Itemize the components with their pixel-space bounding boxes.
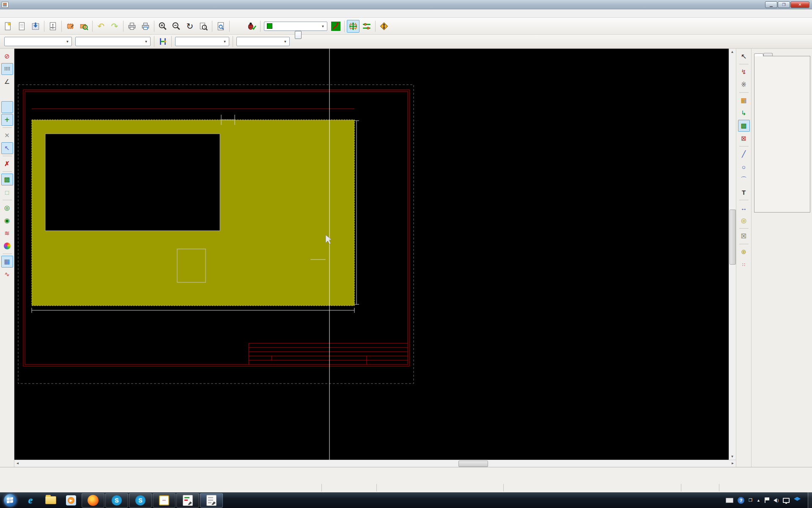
taskbar-pcbnew-icon[interactable] (200, 493, 223, 508)
new-board-button[interactable] (2, 20, 15, 33)
vertical-scrollbar[interactable]: ▲ ▼ (729, 49, 736, 460)
zones-hide-icon[interactable]: □ (1, 186, 13, 198)
undo-button[interactable]: ↶ (95, 20, 107, 33)
drc-off-icon[interactable]: ⊘ (1, 50, 13, 62)
tracks-sketch-icon[interactable]: ≋ (1, 227, 13, 239)
page-settings-button[interactable] (47, 20, 59, 33)
scroll-left-arrow[interactable]: ◄ (14, 460, 21, 467)
ratsnest-toggle-icon[interactable]: ✕ (1, 130, 13, 141)
highlight-net-icon[interactable]: ↯ (738, 66, 750, 78)
cursor-shape-icon[interactable]: + (1, 114, 13, 126)
print-preview-button[interactable] (214, 20, 227, 33)
print-button[interactable] (126, 20, 138, 33)
horizontal-scrollbar[interactable]: ◄ ► (14, 460, 736, 467)
pcb-canvas[interactable] (14, 49, 729, 460)
add-dimension-icon[interactable]: ↔ (738, 202, 750, 214)
help-icon[interactable]: ? (738, 497, 744, 504)
minimize-button[interactable]: ▁ (765, 1, 777, 8)
footprint-mode-button[interactable] (347, 20, 359, 33)
module-editor-button[interactable] (64, 20, 77, 33)
layer-list (754, 56, 810, 213)
app-icon (2, 2, 8, 8)
drill-origin-icon[interactable]: ⊕ (738, 246, 750, 258)
track-width-combo[interactable]: ▼ (4, 37, 72, 46)
zoom-in-button[interactable] (156, 20, 169, 33)
tab-render[interactable] (763, 53, 773, 56)
taskbar-skype2-icon[interactable]: S (129, 493, 152, 508)
add-arc-icon[interactable]: ⌒ (738, 174, 750, 185)
redraw-button[interactable]: ↻ (184, 20, 196, 33)
select-tool-icon[interactable]: ↖ (738, 50, 750, 62)
drc-button[interactable] (245, 20, 258, 33)
taskbar-firefox-icon[interactable] (82, 493, 104, 508)
delete-tool-icon[interactable]: ☒ (738, 230, 750, 242)
dropbox-icon[interactable] (794, 497, 801, 504)
autoroute-mode-button[interactable] (378, 20, 390, 33)
save-board-button[interactable] (29, 20, 42, 33)
plot-button[interactable] (139, 20, 152, 33)
zones-show-icon[interactable]: ▩ (1, 174, 13, 185)
hidden-icons-arrow[interactable]: ▲ (757, 498, 760, 502)
track-mode-button[interactable] (360, 20, 373, 33)
taskbar-kicad-icon[interactable]: ⎓ (153, 493, 176, 508)
network-icon[interactable] (783, 498, 790, 503)
module-viewer-button[interactable] (77, 20, 90, 33)
auto-delete-tracks-icon[interactable]: ✗ (1, 158, 13, 170)
units-inch-icon[interactable] (1, 88, 13, 100)
taskbar-media-player-icon[interactable]: ▶ (61, 493, 81, 508)
vscroll-thumb[interactable] (730, 210, 736, 265)
scroll-right-arrow[interactable]: ► (730, 460, 736, 467)
grid-toggle-icon[interactable]: ⠿⠿ (1, 63, 13, 75)
add-circle-icon[interactable]: ○ (738, 161, 750, 173)
add-text-icon[interactable]: T (738, 186, 750, 198)
taskbar-eeschema-icon[interactable] (176, 493, 199, 508)
via-size-combo[interactable]: ▼ (75, 37, 151, 46)
right-toolbar: ↖ ↯ ※ ▦ ↳ ▩ ⊠ ╱ ○ ⌒ T ↔ ◎ ☒ ⊕ ∷ (736, 49, 751, 467)
grid-origin-icon[interactable]: ∷ (738, 259, 750, 271)
zoom-combo[interactable]: ▼ (236, 37, 290, 46)
open-board-button[interactable] (16, 20, 28, 33)
tab-layer[interactable] (754, 53, 763, 56)
taskbar-explorer-icon[interactable] (41, 493, 61, 508)
track-display-button[interactable] (329, 20, 342, 33)
show-desktop-button[interactable] (808, 492, 812, 508)
scroll-up-arrow[interactable]: ▲ (729, 49, 735, 55)
local-ratsnest-icon[interactable]: ※ (738, 79, 750, 91)
main-area: ⊘ ⠿⠿ ∠ + ✕ ↖ ✗ ▩ □ ◎ ◉ ≋ ▦ ∿ (0, 49, 812, 467)
units-mm-icon[interactable] (1, 101, 13, 113)
zoom-fit-button[interactable] (197, 20, 210, 33)
tracks-wrench-icon[interactable]: ∿ (1, 268, 13, 280)
add-keepout-icon[interactable]: ⊠ (738, 133, 750, 144)
taskbar-ie-icon[interactable]: e (20, 493, 41, 508)
add-zone-icon[interactable]: ▩ (738, 120, 750, 132)
vias-sketch-icon[interactable]: ◉ (1, 215, 13, 226)
start-button[interactable] (0, 493, 20, 508)
pads-sketch-icon[interactable]: ◎ (1, 202, 13, 214)
title-bar[interactable]: ▁ ❐ ✕ (0, 0, 812, 9)
netlist-button[interactable] (232, 20, 244, 33)
volume-icon[interactable]: ) (774, 498, 779, 502)
module-wrench-icon[interactable]: ▦ (1, 256, 13, 268)
menu-bar (0, 9, 812, 18)
add-track-icon[interactable]: ↳ (738, 107, 750, 119)
action-center-flag-icon[interactable] (765, 497, 769, 503)
layer-select-combo[interactable]: ▼ (264, 22, 327, 31)
add-line-icon[interactable]: ╱ (738, 148, 750, 160)
add-module-icon[interactable]: ▦ (738, 94, 750, 106)
close-button[interactable]: ✕ (790, 1, 809, 8)
hscroll-thumb[interactable] (458, 461, 488, 467)
taskbar-skype-icon[interactable]: S (105, 493, 128, 508)
high-contrast-icon[interactable] (1, 240, 13, 252)
add-target-icon[interactable]: ◎ (738, 215, 750, 226)
module-ratsnest-icon[interactable]: ↖ (1, 142, 13, 154)
maximize-button[interactable]: ❐ (778, 1, 790, 8)
zoom-out-button[interactable] (170, 20, 183, 33)
keyboard-icon[interactable] (726, 498, 733, 503)
restore-window-icon[interactable]: ❐ (749, 498, 752, 502)
auto-track-width-button[interactable] (156, 35, 169, 48)
polar-coords-icon[interactable]: ∠ (1, 76, 13, 88)
redo-button[interactable]: ↷ (108, 20, 121, 33)
system-tray: ? ❐ ▲ ) (719, 492, 812, 508)
grid-combo[interactable]: ▼ (175, 37, 229, 46)
scroll-down-arrow[interactable]: ▼ (729, 453, 735, 460)
